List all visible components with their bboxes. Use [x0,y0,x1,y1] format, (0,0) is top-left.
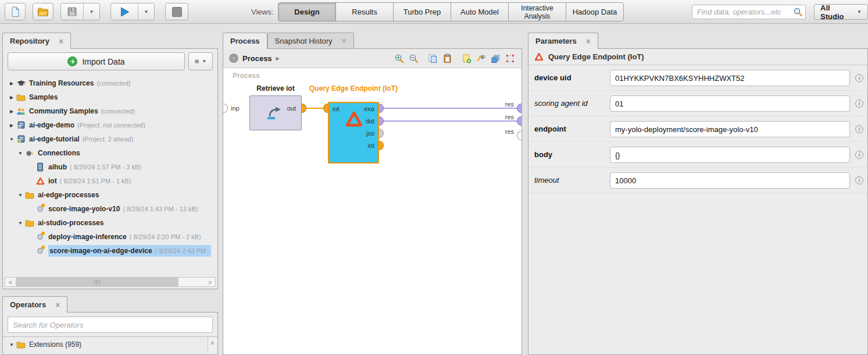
project-icon [16,134,26,144]
expander-icon[interactable]: ▼ [8,137,16,142]
tree-item-score-image-yolo-v10[interactable]: ⚙ score-image-yolo-v10 ( 8/29/24 1:43 PM… [3,202,217,216]
zoom-out-icon[interactable] [408,53,419,64]
repository-hscrollbar[interactable]: < > [5,277,216,287]
project-icon [16,120,26,130]
close-icon[interactable]: × [59,37,63,45]
tree-item-ai-edge-processes[interactable]: ▼ ai-edge-processes [3,188,217,202]
dropdown-arrow-icon: ▼ [202,59,206,64]
studio-mode-dropdown[interactable]: All Studio ▼ [814,4,868,20]
retrieve-operator[interactable]: out [249,95,302,130]
expander-icon[interactable]: ▶ [8,81,16,86]
expander-icon[interactable]: ▶ [8,109,16,114]
paste-icon[interactable] [442,53,453,64]
tree-item-deploy-image-inference[interactable]: ⚙ deploy-image-inference ( 8/29/24 2:20 … [3,230,217,244]
query-exa-port[interactable] [379,104,384,113]
device-uid-input[interactable] [610,70,850,86]
scroll-right-icon[interactable]: > [205,278,215,286]
tab-snapshot-history[interactable]: Snapshot History × [267,33,354,48]
operators-vscrollbar[interactable]: ∧ [208,338,217,354]
retrieve-icon [265,105,284,122]
param-label: device uid [534,65,608,91]
timeout-input[interactable] [610,172,850,189]
operator-search-input[interactable] [8,317,213,333]
tree-item-training-resources[interactable]: ▶ Training Resources (connected) [3,76,217,90]
layers-icon[interactable] [490,53,501,64]
tree-item-samples[interactable]: ▶ Samples [3,90,217,104]
tree-item-aihub[interactable]: aihub ( 8/29/24 1:57 PM - 3 kB) [3,160,217,174]
body-input[interactable] [610,147,850,163]
connection-dat-to-res[interactable] [384,120,517,122]
breadcrumb[interactable]: Process [242,54,272,63]
close-icon[interactable]: × [342,37,347,45]
expander-icon[interactable]: ▶ [8,95,16,100]
info-icon[interactable]: i [855,100,863,108]
copy-icon[interactable] [427,53,438,64]
result-port-3[interactable] [517,131,521,140]
tab-design[interactable]: Design [278,2,336,22]
import-data-button[interactable]: + Import Data [8,52,185,70]
breadcrumb-arrow-icon[interactable]: ▶ [276,56,280,61]
repository-menu-button[interactable]: ≡ ▼ [188,52,213,70]
tree-item-ai-edge-tutorial[interactable]: ▼ ai-edge-tutorial (Project: 2 ahead) [3,132,217,146]
process-canvas[interactable]: Process inp Retrieve iot out Query Edge … [223,68,521,354]
query-iot-out-port[interactable] [379,141,384,150]
connection-out-to-iot[interactable] [306,108,323,109]
tab-operators[interactable]: Operators × [2,296,67,313]
tab-process[interactable]: Process [223,33,267,49]
expander-icon[interactable]: ▼ [16,193,24,198]
scoring-agent-id-input[interactable] [610,95,850,112]
close-icon[interactable]: × [55,301,60,309]
expander-icon[interactable]: ▼ [16,151,24,156]
result-port-1[interactable] [517,104,521,113]
info-icon[interactable]: i [855,151,863,159]
process-up-icon[interactable]: ↑ [229,54,238,63]
stop-button[interactable] [165,3,188,20]
zoom-in-icon[interactable] [394,53,405,64]
scroll-left-icon[interactable]: < [5,278,16,286]
run-dropdown-button[interactable]: ▼ [138,3,154,20]
new-process-button[interactable] [5,3,26,20]
info-icon[interactable]: i [855,176,863,184]
tree-item-community-samples[interactable]: ▶ Community Samples (connected) [3,104,217,118]
scroll-up-icon[interactable]: ∧ [208,338,217,347]
scrollbar-track[interactable] [16,278,205,286]
run-button[interactable] [111,3,138,20]
info-icon[interactable]: i [855,125,863,133]
tab-turbo-prep[interactable]: Turbo Prep [393,2,451,22]
fit-selection-icon[interactable] [505,53,516,64]
tree-item-extensions[interactable]: ▼ Extensions (959) [3,337,217,352]
close-icon[interactable]: × [586,37,591,45]
info-icon[interactable]: i [855,74,863,82]
tree-item-connections[interactable]: ▼ Connections [3,146,217,160]
open-process-button[interactable] [33,3,53,20]
tree-item-score-image-on-ai-edge-device[interactable]: ⚙ score-image-on-ai-edge-device ( 8/29/2… [3,244,217,258]
tree-item-iot[interactable]: iot ( 8/29/24 1:51 PM - 1 kB) [3,174,217,188]
connection-exa-to-res[interactable] [384,108,517,109]
query-in-port[interactable] [323,104,328,113]
expander-icon[interactable]: ▼ [16,221,24,226]
tab-interactive-analysis[interactable]: Interactive Analysis [508,2,566,22]
endpoint-input[interactable] [610,121,850,137]
save-button[interactable] [61,3,83,20]
scrollbar-thumb[interactable] [16,278,178,286]
save-dropdown-button[interactable]: ▼ [83,3,99,20]
query-operator[interactable]: iot exa dat jso iot [328,102,379,164]
tree-item-ai-studio-processes[interactable]: ▼ ai-studio-processes [3,216,217,230]
expander-icon[interactable]: ▶ [8,123,16,128]
result-port-2[interactable] [517,116,521,126]
tab-parameters[interactable]: Parameters × [528,33,598,49]
query-dat-port[interactable] [379,116,384,126]
query-jso-port[interactable] [379,129,384,138]
global-search-input[interactable] [692,5,806,19]
tree-item-ai-edge-demo[interactable]: ▶ ai-edge-demo (Project: not connected) [3,118,217,132]
process-input-port[interactable] [223,104,228,113]
retrieve-out-port[interactable] [302,104,306,113]
expander-icon[interactable]: ▼ [8,342,16,347]
tab-auto-model[interactable]: Auto Model [451,2,509,22]
tab-hadoop-data[interactable]: Hadoop Data [566,2,624,22]
tab-results[interactable]: Results [335,2,394,22]
auto-wire-icon[interactable] [476,53,487,64]
add-note-icon[interactable] [461,53,472,64]
tab-repository[interactable]: Repository × [2,33,71,49]
search-icon[interactable] [793,7,803,17]
